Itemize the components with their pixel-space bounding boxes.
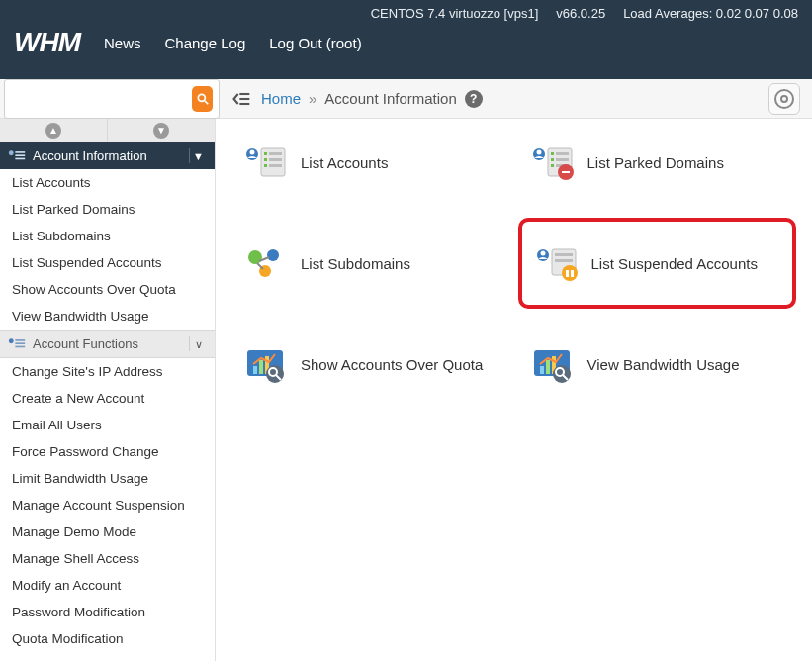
section-header-account-information[interactable]: Account Information ▼	[0, 142, 215, 169]
sidebar[interactable]: ▲ ▼ Account Information ▼List AccountsLi…	[0, 119, 216, 661]
svg-point-33	[248, 250, 262, 264]
collapse-row: ▲ ▼	[0, 119, 215, 142]
sidebar-item-account-functions-8[interactable]: Modify an Account	[0, 572, 215, 599]
svg-point-0	[198, 94, 205, 101]
svg-rect-48	[259, 360, 263, 374]
svg-rect-16	[264, 152, 267, 155]
status-load: Load Averages: 0.02 0.07 0.08	[623, 6, 798, 21]
lifebuoy-icon	[774, 89, 794, 109]
tile-list-parked-domains[interactable]: List Parked Domains	[524, 137, 791, 188]
expand-all-button[interactable]: ▼	[107, 119, 215, 142]
breadcrumb-home[interactable]: Home	[261, 90, 301, 107]
svg-rect-6	[15, 151, 25, 153]
search-wrap	[4, 79, 220, 119]
svg-point-5	[9, 150, 14, 155]
section-caret: ▼	[189, 148, 207, 163]
list-accounts-icon	[243, 142, 287, 182]
sidebar-item-account-information-3[interactable]: List Suspended Accounts	[0, 249, 215, 276]
sidebar-item-account-functions-7[interactable]: Manage Shell Access	[0, 545, 215, 572]
list-subdomains-icon	[243, 243, 287, 283]
svg-rect-20	[264, 164, 267, 167]
svg-rect-42	[555, 259, 573, 262]
sidebar-item-account-information-4[interactable]: Show Accounts Over Quota	[0, 276, 215, 303]
svg-rect-28	[556, 158, 569, 161]
svg-point-43	[562, 265, 578, 281]
tile-list-suspended-accounts[interactable]: List Suspended Accounts	[524, 224, 791, 303]
svg-rect-47	[253, 366, 257, 374]
sidebar-item-account-functions-4[interactable]: Limit Bandwidth Usage	[0, 465, 215, 492]
sub-bar: Home » Account Information ?	[0, 79, 812, 119]
svg-rect-8	[15, 157, 25, 159]
svg-point-39	[540, 251, 545, 256]
nav-logout[interactable]: Log Out (root)	[269, 35, 361, 51]
view-bandwidth-usage-icon	[530, 344, 574, 384]
svg-rect-27	[551, 158, 554, 161]
sidebar-item-account-information-2[interactable]: List Subdomains	[0, 223, 215, 249]
svg-rect-41	[555, 253, 573, 256]
search-button[interactable]	[192, 86, 213, 112]
svg-rect-10	[15, 339, 25, 341]
sidebar-item-account-information-0[interactable]: List Accounts	[0, 169, 215, 196]
breadcrumb-current: Account Information	[324, 90, 456, 107]
tile-view-bandwidth-usage[interactable]: View Bandwidth Usage	[524, 338, 791, 390]
sidebar-item-account-information-1[interactable]: List Parked Domains	[0, 196, 215, 223]
svg-rect-26	[556, 152, 569, 155]
top-bar: CENTOS 7.4 virtuozzo [vps1] v66.0.25 Loa…	[0, 0, 812, 79]
svg-rect-17	[269, 152, 282, 155]
svg-line-1	[204, 100, 208, 104]
nav-row: WHM News Change Log Log Out (root)	[0, 21, 812, 68]
help-icon[interactable]: ?	[465, 90, 483, 108]
breadcrumb-sep: »	[309, 90, 316, 107]
tile-list-subdomains[interactable]: List Subdomains	[237, 224, 504, 303]
section-icon	[8, 337, 26, 351]
support-button[interactable]	[768, 83, 800, 115]
search-input[interactable]	[11, 87, 192, 111]
tile-list-accounts[interactable]: List Accounts	[237, 137, 504, 188]
menu-back-icon	[231, 91, 251, 107]
sidebar-item-account-functions-9[interactable]: Password Modification	[0, 599, 215, 625]
svg-rect-21	[269, 164, 282, 167]
status-row: CENTOS 7.4 virtuozzo [vps1] v66.0.25 Loa…	[0, 0, 812, 21]
sidebar-item-account-functions-5[interactable]: Manage Account Suspension	[0, 492, 215, 519]
sidebar-item-account-functions-0[interactable]: Change Site's IP Address	[0, 358, 215, 385]
sidebar-item-account-functions-2[interactable]: Email All Users	[0, 412, 215, 438]
content-area: List Accounts List Parked Domains List S…	[216, 119, 812, 661]
svg-point-23	[536, 150, 541, 155]
list-suspended-accounts-icon	[534, 243, 578, 283]
tile-label: Show Accounts Over Quota	[301, 356, 483, 373]
section-label: Account Functions	[33, 336, 138, 351]
svg-rect-55	[546, 360, 550, 374]
svg-rect-29	[551, 164, 554, 167]
show-accounts-over-quota-icon	[243, 344, 287, 384]
section-header-account-functions[interactable]: Account Functions ∨	[0, 330, 215, 358]
brand-logo: WHM	[14, 27, 80, 58]
svg-rect-32	[562, 171, 570, 173]
sidebar-item-account-information-5[interactable]: View Bandwidth Usage	[0, 303, 215, 330]
sidebar-item-account-functions-10[interactable]: Quota Modification	[0, 625, 215, 652]
tile-show-accounts-over-quota[interactable]: Show Accounts Over Quota	[237, 338, 504, 390]
arrow-down-icon: ▼	[153, 123, 169, 139]
section-label: Account Information	[33, 148, 147, 163]
nav-news[interactable]: News	[104, 35, 141, 51]
list-parked-domains-icon	[530, 142, 574, 182]
svg-point-34	[267, 249, 279, 261]
svg-rect-18	[264, 158, 267, 161]
svg-point-14	[250, 150, 255, 155]
status-os: CENTOS 7.4 virtuozzo [vps1]	[371, 6, 539, 21]
svg-rect-19	[269, 158, 282, 161]
tile-label: List Suspended Accounts	[591, 255, 758, 272]
sidebar-item-account-functions-6[interactable]: Manage Demo Mode	[0, 519, 215, 545]
nav-changelog[interactable]: Change Log	[165, 35, 246, 51]
svg-rect-44	[566, 270, 569, 277]
svg-rect-25	[551, 152, 554, 155]
svg-rect-12	[15, 345, 25, 347]
svg-rect-54	[540, 366, 544, 374]
svg-point-9	[9, 338, 14, 343]
breadcrumb-back-button[interactable]	[229, 87, 253, 111]
collapse-all-button[interactable]: ▲	[0, 119, 107, 142]
tile-label: List Accounts	[301, 154, 388, 171]
section-icon	[8, 149, 26, 163]
sidebar-item-account-functions-3[interactable]: Force Password Change	[0, 438, 215, 465]
tile-label: List Subdomains	[301, 255, 410, 272]
sidebar-item-account-functions-1[interactable]: Create a New Account	[0, 385, 215, 412]
